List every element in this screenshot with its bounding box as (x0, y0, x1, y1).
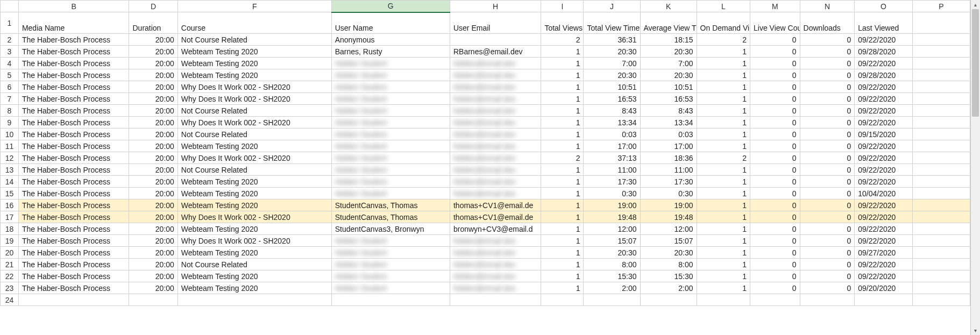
cell-course[interactable]: Not Course Related (177, 164, 331, 176)
cell-course[interactable]: Webteam Testing 2020 (177, 247, 331, 259)
cell-live-view-count[interactable]: 0 (750, 223, 800, 235)
cell-live-view-count[interactable]: 0 (750, 176, 800, 188)
cell-user-email[interactable]: hidden@email.dev (450, 282, 541, 294)
cell-media-name[interactable]: The Haber-Bosch Process (18, 140, 129, 152)
cell-empty-p[interactable] (912, 69, 970, 81)
cell-user-email[interactable]: hidden@email.dev (450, 58, 541, 69)
cell-total-view-time[interactable]: 16:53 (584, 93, 640, 105)
cell-average-view-time[interactable]: 18:36 (640, 152, 697, 164)
cell-total-view-time[interactable]: 10:51 (584, 81, 640, 93)
cell-last-viewed[interactable]: 09/22/2020 (855, 117, 912, 129)
cell-downloads[interactable]: 0 (800, 81, 855, 93)
cell-course[interactable]: Why Does It Work 002 - SH2020 (177, 117, 331, 129)
cell-average-view-time[interactable]: 18:15 (640, 34, 697, 46)
cell-duration[interactable]: 20:00 (129, 129, 177, 140)
cell-on-demand-views[interactable]: 1 (697, 105, 750, 117)
cell-on-demand-views[interactable]: 1 (697, 81, 750, 93)
col-header-I[interactable]: I (541, 1, 584, 12)
cell-average-view-time[interactable]: 20:30 (640, 46, 697, 58)
cell-empty-p[interactable] (912, 259, 970, 270)
cell-media-name[interactable]: The Haber-Bosch Process (18, 81, 129, 93)
cell-total-view-time[interactable]: 17:30 (584, 176, 640, 188)
cell-user-name[interactable]: Hidden Student (331, 140, 450, 152)
cell-user-email[interactable]: bronwyn+CV3@email.d (450, 223, 541, 235)
cell-duration[interactable]: 20:00 (129, 211, 177, 223)
cell-on-demand-views[interactable]: 1 (697, 211, 750, 223)
row-header-13[interactable]: 13 (1, 164, 19, 176)
cell-on-demand-views[interactable]: 1 (697, 69, 750, 81)
cell-course[interactable]: Why Does It Work 002 - SH2020 (177, 152, 331, 164)
col-header-O[interactable]: O (855, 1, 912, 12)
empty-cell[interactable] (331, 294, 450, 306)
row-header-10[interactable]: 10 (1, 129, 19, 140)
cell-downloads[interactable]: 0 (800, 93, 855, 105)
empty-cell[interactable] (18, 294, 129, 306)
cell-total-views[interactable]: 1 (541, 140, 584, 152)
cell-on-demand-views[interactable]: 1 (697, 140, 750, 152)
cell-empty-p[interactable] (912, 188, 970, 199)
cell-average-view-time[interactable]: 0:03 (640, 129, 697, 140)
cell-last-viewed[interactable]: 10/04/2020 (855, 188, 912, 199)
row-header-8[interactable]: 8 (1, 105, 19, 117)
cell-course[interactable]: Webteam Testing 2020 (177, 140, 331, 152)
cell-average-view-time[interactable]: 8:00 (640, 259, 697, 270)
cell-user-name[interactable]: Hidden Student (331, 176, 450, 188)
cell-downloads[interactable]: 0 (800, 129, 855, 140)
cell-total-views[interactable]: 1 (541, 129, 584, 140)
cell-empty-p[interactable] (912, 223, 970, 235)
cell-user-name[interactable]: StudentCanvas3, Bronwyn (331, 223, 450, 235)
cell-total-view-time[interactable]: 15:30 (584, 270, 640, 282)
cell-user-email[interactable]: hidden@email.dev (450, 105, 541, 117)
cell-live-view-count[interactable]: 0 (750, 199, 800, 211)
cell-live-view-count[interactable]: 0 (750, 105, 800, 117)
cell-live-view-count[interactable]: 0 (750, 164, 800, 176)
row-header-20[interactable]: 20 (1, 247, 19, 259)
cell-live-view-count[interactable]: 0 (750, 259, 800, 270)
spreadsheet-grid[interactable]: B D F G H I J K L M N O P 1 Media Name D… (0, 0, 980, 335)
cell-average-view-time[interactable]: 17:30 (640, 176, 697, 188)
row-header-21[interactable]: 21 (1, 259, 19, 270)
cell-live-view-count[interactable]: 0 (750, 69, 800, 81)
cell-on-demand-views[interactable]: 1 (697, 93, 750, 105)
cell-total-view-time[interactable]: 19:00 (584, 199, 640, 211)
cell-on-demand-views[interactable]: 1 (697, 199, 750, 211)
cell-empty-p[interactable] (912, 235, 970, 247)
cell-average-view-time[interactable]: 15:07 (640, 235, 697, 247)
cell-user-email[interactable]: hidden@email.dev (450, 93, 541, 105)
cell-last-viewed[interactable]: 09/22/2020 (855, 140, 912, 152)
cell-course[interactable]: Webteam Testing 2020 (177, 46, 331, 58)
cell-duration[interactable]: 20:00 (129, 105, 177, 117)
cell-total-views[interactable]: 2 (541, 34, 584, 46)
cell-last-viewed[interactable]: 09/22/2020 (855, 105, 912, 117)
col-header-J[interactable]: J (584, 1, 640, 12)
cell-last-viewed[interactable]: 09/22/2020 (855, 259, 912, 270)
cell-average-view-time[interactable]: 17:00 (640, 140, 697, 152)
cell-empty-p[interactable] (912, 81, 970, 93)
cell-duration[interactable]: 20:00 (129, 176, 177, 188)
cell-media-name[interactable]: The Haber-Bosch Process (18, 176, 129, 188)
cell-total-view-time[interactable]: 17:00 (584, 140, 640, 152)
cell-downloads[interactable]: 0 (800, 34, 855, 46)
cell-on-demand-views[interactable]: 1 (697, 247, 750, 259)
empty-cell[interactable] (800, 294, 855, 306)
cell-media-name[interactable]: The Haber-Bosch Process (18, 117, 129, 129)
empty-cell[interactable] (750, 294, 800, 306)
cell-live-view-count[interactable]: 0 (750, 270, 800, 282)
row-header-2[interactable]: 2 (1, 34, 19, 46)
cell-user-name[interactable]: Hidden Student (331, 93, 450, 105)
empty-cell[interactable] (177, 294, 331, 306)
cell-course[interactable]: Why Does It Work 002 - SH2020 (177, 235, 331, 247)
cell-live-view-count[interactable]: 0 (750, 46, 800, 58)
cell-average-view-time[interactable]: 15:30 (640, 270, 697, 282)
header-col-p[interactable] (912, 12, 970, 34)
cell-live-view-count[interactable]: 0 (750, 81, 800, 93)
col-header-K[interactable]: K (640, 1, 697, 12)
col-header-H[interactable]: H (450, 1, 541, 12)
cell-user-email[interactable]: hidden@email.dev (450, 81, 541, 93)
cell-media-name[interactable]: The Haber-Bosch Process (18, 188, 129, 199)
cell-total-views[interactable]: 1 (541, 199, 584, 211)
cell-last-viewed[interactable]: 09/22/2020 (855, 164, 912, 176)
cell-course[interactable]: Webteam Testing 2020 (177, 188, 331, 199)
cell-live-view-count[interactable]: 0 (750, 58, 800, 69)
cell-downloads[interactable]: 0 (800, 69, 855, 81)
